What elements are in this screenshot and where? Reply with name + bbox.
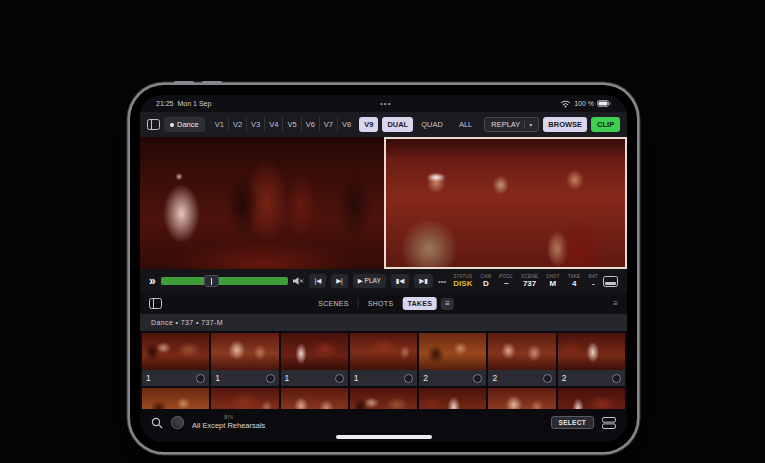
take-card[interactable]: 1 xyxy=(281,333,348,386)
view-button-v8[interactable]: V8 xyxy=(337,117,355,132)
replay-mode-dropdown[interactable]: REPLAY ▾ xyxy=(484,117,539,132)
take-thumbnail[interactable] xyxy=(419,333,486,370)
cam-field: CAM D xyxy=(480,274,491,288)
rating-field: RAT - xyxy=(588,274,598,288)
take-thumbnail[interactable] xyxy=(558,333,625,370)
bin-selector[interactable]: BIN All Except Rehearsals xyxy=(192,415,265,429)
ios-status-bar: 21:25 Mon 1 Sep ••• 100 % xyxy=(140,95,627,112)
take-thumbnail[interactable] xyxy=(419,388,486,409)
scrubber-handle[interactable] xyxy=(204,275,219,287)
take-card[interactable] xyxy=(488,388,555,409)
replay-clip-viewport[interactable] xyxy=(384,137,627,269)
take-number: 1 xyxy=(215,373,220,383)
breadcrumb[interactable]: Dance • 737 • 737-M xyxy=(140,314,627,331)
stacked-panes-icon[interactable] xyxy=(602,417,616,429)
take-info-badge-icon[interactable] xyxy=(266,374,275,383)
view-button-v9-active[interactable]: V9 xyxy=(359,117,378,132)
sidebar-toggle-icon[interactable] xyxy=(147,119,160,130)
fast-forward-icon[interactable]: » xyxy=(149,275,156,287)
take-number: 2 xyxy=(562,373,567,383)
pool-value: ~ xyxy=(504,279,509,288)
take-card[interactable]: 1 xyxy=(350,333,417,386)
library-sidebar-toggle-icon[interactable] xyxy=(149,298,162,309)
multitasking-dots-indicator[interactable]: ••• xyxy=(380,99,391,108)
take-info-badge-icon[interactable] xyxy=(543,374,552,383)
sort-options-icon[interactable]: ≡ xyxy=(613,299,618,308)
take-card[interactable]: 2 xyxy=(488,333,555,386)
scene-value: 737 xyxy=(523,279,536,288)
take-info-badge-icon[interactable] xyxy=(404,374,413,383)
more-transport-options-icon[interactable]: ••• xyxy=(438,277,446,286)
take-thumbnail[interactable] xyxy=(350,333,417,370)
take-thumbnail[interactable] xyxy=(488,388,555,409)
browse-mode-button-active[interactable]: BROWSE xyxy=(543,117,587,132)
take-card[interactable]: 2 xyxy=(558,333,625,386)
library-tab-bar: SCENES SHOTS TAKES ≡ ≡ xyxy=(140,293,627,314)
take-thumbnail[interactable] xyxy=(142,388,209,409)
live-camera-viewport[interactable] xyxy=(140,137,384,269)
volume-up-button xyxy=(174,81,194,84)
take-thumbnail[interactable] xyxy=(281,388,348,409)
take-thumbnail[interactable] xyxy=(488,333,555,370)
tab-scenes[interactable]: SCENES xyxy=(313,297,354,310)
view-button-v2[interactable]: V2 xyxy=(228,117,246,132)
take-card[interactable] xyxy=(419,388,486,409)
previous-clip-button[interactable]: |◀ xyxy=(309,274,326,288)
clip-mode-button[interactable]: CLIP xyxy=(591,117,620,132)
home-indicator[interactable] xyxy=(336,435,432,439)
source-dance-button[interactable]: Dance xyxy=(164,117,205,132)
source-live-dot xyxy=(170,123,174,127)
camera-view-switcher: V1 V2 V3 V4 V5 V6 V7 V8 xyxy=(211,117,356,132)
ipad-device-frame: 21:25 Mon 1 Sep ••• 100 % xyxy=(130,85,637,452)
tab-shots[interactable]: SHOTS xyxy=(363,297,399,310)
divider xyxy=(358,299,359,308)
next-clip-button[interactable]: ▶| xyxy=(331,274,348,288)
take-card[interactable] xyxy=(142,388,209,409)
take-thumbnail[interactable] xyxy=(211,388,278,409)
step-back-button[interactable]: ▮◀ xyxy=(391,274,410,288)
play-button[interactable]: ▶ PLAY xyxy=(353,274,386,288)
take-info-badge-icon[interactable] xyxy=(196,374,205,383)
take-number: 1 xyxy=(285,373,290,383)
quad-layout-button[interactable]: QUAD xyxy=(417,117,447,132)
view-button-v3[interactable]: V3 xyxy=(246,117,264,132)
take-info-badge-icon[interactable] xyxy=(473,374,482,383)
take-card[interactable] xyxy=(558,388,625,409)
take-field: TAKE 4 xyxy=(568,274,581,288)
transport-bar: » |◀ ▶| ▶ PLAY ▮◀ ▶▮ ••• STATUS DISK xyxy=(140,269,627,293)
take-card[interactable]: 1 xyxy=(142,333,209,386)
monitor-display-icon[interactable] xyxy=(603,276,618,287)
view-button-v1[interactable]: V1 xyxy=(211,117,228,132)
take-thumbnail[interactable] xyxy=(350,388,417,409)
take-info-badge-icon[interactable] xyxy=(612,374,621,383)
bin-filter-icon[interactable] xyxy=(171,416,184,429)
all-layout-button[interactable]: ALL xyxy=(455,117,476,132)
take-card[interactable] xyxy=(281,388,348,409)
tab-takes-active[interactable]: TAKES xyxy=(402,297,437,310)
list-view-menu-icon[interactable]: ≡ xyxy=(441,298,454,310)
view-button-v5[interactable]: V5 xyxy=(282,117,300,132)
page-background: 21:25 Mon 1 Sep ••• 100 % xyxy=(0,0,765,463)
take-thumbnail[interactable] xyxy=(281,333,348,370)
take-card[interactable]: 1 xyxy=(211,333,278,386)
take-card[interactable] xyxy=(350,388,417,409)
view-button-v4[interactable]: V4 xyxy=(264,117,282,132)
dual-layout-button-active[interactable]: DUAL xyxy=(382,117,413,132)
play-pause-button[interactable]: ▶▮ xyxy=(414,274,433,288)
take-thumbnail[interactable] xyxy=(558,388,625,409)
search-icon[interactable] xyxy=(151,417,163,429)
chevron-down-icon: ▾ xyxy=(524,121,532,128)
monitor-mode-button[interactable]: MONITOR xyxy=(624,117,627,132)
select-button[interactable]: SELECT xyxy=(551,416,594,429)
take-info-badge-icon[interactable] xyxy=(335,374,344,383)
mute-speaker-icon[interactable] xyxy=(293,276,304,286)
view-button-v7[interactable]: V7 xyxy=(319,117,337,132)
take-thumbnail[interactable] xyxy=(211,333,278,370)
clock-date: Mon 1 Sep xyxy=(178,100,212,107)
view-button-v6[interactable]: V6 xyxy=(301,117,319,132)
scene-field: SCENE 737 xyxy=(521,274,538,288)
take-card[interactable] xyxy=(211,388,278,409)
take-thumbnail[interactable] xyxy=(142,333,209,370)
playback-progress-bar[interactable] xyxy=(161,277,289,285)
take-card[interactable]: 2 xyxy=(419,333,486,386)
